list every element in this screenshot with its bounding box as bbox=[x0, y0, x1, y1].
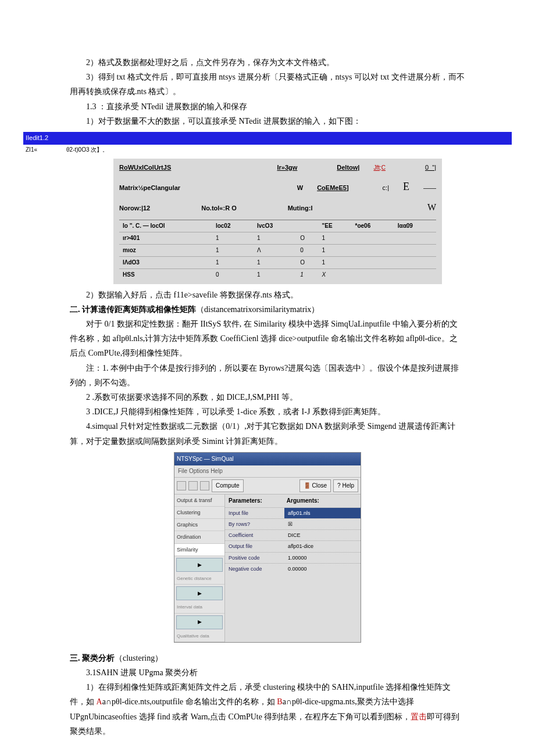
paragraph: 注：1. 本例中由于个体是按行排列的，所以要在 Byrows?进展勾选〔国表选中… bbox=[70, 361, 465, 390]
field-muting: Muting:I bbox=[288, 203, 313, 214]
text: a∩pθl-dice.nts,outputfile 命名输出文件的名称，如 bbox=[102, 697, 277, 706]
sidebar-item[interactable]: Output & transf bbox=[174, 495, 224, 507]
big-w: W bbox=[427, 199, 436, 216]
sidebar-caption: Qualitative data bbox=[174, 631, 224, 642]
paragraph: 3.1SAHN 进展 UPgma 聚类分析 bbox=[70, 665, 465, 680]
sidebar-item[interactable]: Ordination bbox=[174, 531, 224, 543]
heading-3: 三. 聚类分析（clustering） bbox=[70, 651, 465, 665]
paragraph: 1）对于数据量不大的数据，可以直接承受 NTedit 进展数据的输入，如下图： bbox=[70, 114, 465, 128]
heading-text: 三. 聚类分析 bbox=[70, 654, 115, 662]
field-c: c:| bbox=[383, 182, 389, 194]
paragraph: 2）数据输入好后，点击 f11e>savefile 将数据保存.nts 格式。 bbox=[70, 288, 465, 302]
table-row: IΛdO311O1 bbox=[119, 256, 436, 268]
table-row: mιoz1Λ01 bbox=[119, 244, 436, 256]
field-notol: No.tol«:R O bbox=[201, 203, 237, 214]
table-row: HSS011X bbox=[119, 268, 436, 281]
field-ir3gw: Ir»3gw bbox=[277, 162, 297, 174]
paragraph: 3）得到 txt 格式文件后，即可直接用 ntsys 进展分析〔只要格式正确，n… bbox=[70, 70, 465, 99]
data-table: Io ". C. — IocOl loc02 IvcO3 "EE *oe06 I… bbox=[119, 220, 436, 281]
big-e: E bbox=[403, 177, 409, 196]
heading-2: 二. 计算遗传距离矩阵或相像性矩阵（distancematrixorsimila… bbox=[70, 302, 465, 317]
paragraph: 4.simqual 只针对定性数据或二元数据（0/1）,对于其它数据如 DNA … bbox=[70, 419, 465, 448]
pre-a: ZI1« bbox=[26, 146, 37, 153]
param-label: Negative code bbox=[225, 564, 284, 574]
help-button[interactable]: ? Help bbox=[333, 479, 358, 492]
args-header: Arguments: bbox=[283, 495, 323, 507]
simqual-menubar[interactable]: File Options Help bbox=[174, 465, 361, 478]
sidebar-icon-button[interactable]: ▶ bbox=[176, 558, 223, 572]
field-coemee: CoEMeE5] bbox=[317, 182, 348, 194]
param-label: Input file bbox=[225, 508, 284, 518]
tool-icon[interactable] bbox=[177, 481, 186, 490]
sidebar-caption: Genetic distance bbox=[174, 574, 224, 585]
paragraph: 1.3 ：直接承受 NTedil 进展数据的输入和保存 bbox=[70, 99, 465, 114]
paragraph: 3 .DICE,J 只能得到相像性矩阵，可以承受 1-dice 系数，或者 I-… bbox=[70, 404, 465, 419]
param-value[interactable]: DICE bbox=[284, 530, 361, 540]
heading-text: 二. 计算遗传距离矩阵或相像性矩阵 bbox=[70, 305, 196, 314]
text-red: B bbox=[277, 697, 282, 706]
param-value[interactable]: aflp01.nls bbox=[284, 508, 361, 518]
paragraph: 2 .系数可依据要求选择不同的系数，如 DlCE,J,SM,PHI 等。 bbox=[70, 390, 465, 404]
paragraph: 对于 0/1 数据和定性数据：翻开 IItSyS 软件, 在 Similarit… bbox=[70, 317, 465, 361]
field-matrixtype: Matrix½peClangular bbox=[119, 182, 180, 194]
paragraph: 2）格式及数据都处理好之后，点文件另存为，保存为文本文件格式。 bbox=[70, 55, 465, 70]
simqual-sidebar: Output & transf Clustering Graphics Ordi… bbox=[174, 495, 225, 642]
ntedit-pretext: ZI1« θ2-t)0O3 次】。 bbox=[23, 145, 512, 155]
param-value[interactable]: aflp01-dice bbox=[284, 541, 361, 551]
ntedit-titlebar: IIedit1.2 bbox=[23, 132, 512, 145]
dash: —— bbox=[423, 182, 436, 194]
sidebar-caption: Interval data bbox=[174, 602, 224, 613]
sidebar-item[interactable]: Clustering bbox=[174, 507, 224, 519]
paragraph: 1）在得到相像性矩阵或距离矩阵文件之后，承受 clustering 模块中的 S… bbox=[70, 680, 465, 739]
param-value[interactable]: 0.00000 bbox=[284, 564, 361, 574]
field-rowuxicol: RoWUxIColUrtJS bbox=[119, 162, 171, 174]
tool-icon[interactable] bbox=[200, 481, 209, 490]
simqual-toolbar: Compute 🚪 Close ? Help bbox=[174, 478, 361, 495]
field-w: W bbox=[297, 182, 303, 194]
simqual-params: Parameters:Arguments: Input fileaflp01.n… bbox=[225, 495, 361, 642]
close-button[interactable]: 🚪 Close bbox=[299, 479, 331, 492]
tool-icon[interactable] bbox=[188, 481, 198, 490]
sidebar-item[interactable]: Similarity bbox=[174, 544, 224, 556]
field-0: 0_"| bbox=[425, 162, 436, 174]
param-label: By rows? bbox=[225, 519, 284, 529]
heading-sub: （clustering） bbox=[115, 654, 163, 662]
sidebar-icon-button[interactable]: ▶ bbox=[176, 586, 223, 600]
simqual-window: NTSYSpc — SimQual File Options Help Comp… bbox=[174, 452, 361, 643]
field-jftc: Jft;C bbox=[373, 163, 386, 173]
text-red: A bbox=[97, 697, 102, 706]
table-head: Io ". C. — IocOl loc02 IvcO3 "EE *oe06 I… bbox=[119, 220, 436, 232]
params-header: Parameters: bbox=[225, 495, 266, 507]
ntedit-panel: RoWUxIColUrtJS Ir»3gw Deltow|Jft;C 0_"| … bbox=[113, 159, 442, 284]
sidebar-item[interactable]: Graphics bbox=[174, 519, 224, 531]
compute-button[interactable]: Compute bbox=[212, 479, 244, 492]
table-row: ιr>40111O1 bbox=[119, 232, 436, 244]
param-label: Coefficient bbox=[225, 530, 284, 540]
param-label: Positive code bbox=[225, 553, 284, 563]
heading-sub: （distancematrixorsimilaritymatrix） bbox=[196, 305, 319, 314]
sidebar-icon-button[interactable]: ▶ bbox=[176, 615, 223, 629]
simqual-titlebar: NTSYSpc — SimQual bbox=[174, 453, 361, 465]
pre-b: θ2-t)0O3 次】。 bbox=[66, 146, 108, 153]
text-red: 置击 bbox=[411, 712, 427, 721]
param-label: Output file bbox=[225, 541, 284, 551]
param-value[interactable]: ☒ bbox=[284, 519, 361, 529]
param-value[interactable]: 1.00000 bbox=[284, 553, 361, 563]
field-norow: Norow:|12 bbox=[119, 203, 150, 214]
field-deltow: Deltow| bbox=[337, 162, 359, 174]
